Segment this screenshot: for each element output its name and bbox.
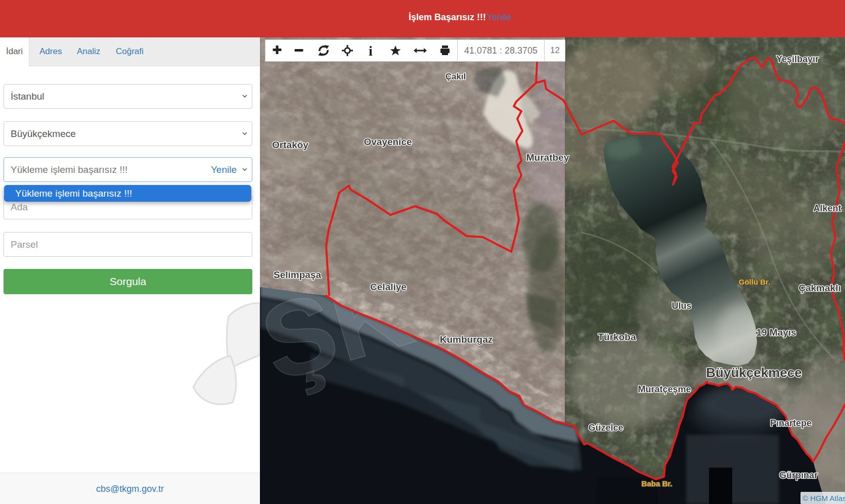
svg-text:Yeşilbayır: Yeşilbayır (776, 54, 819, 64)
svg-text:Ovayenice: Ovayenice (364, 136, 412, 147)
svg-text:Ulus: Ulus (672, 301, 691, 311)
svg-text:Ortaköy: Ortaköy (272, 140, 308, 150)
svg-text:Muratbey: Muratbey (526, 152, 569, 163)
svg-text:Baba Br.: Baba Br. (642, 479, 673, 488)
svg-text:Gürpınar: Gürpınar (779, 470, 818, 480)
svg-text:Muratçeşme: Muratçeşme (638, 384, 691, 394)
svg-text:© HGM Atlas,: © HGM Atlas, (803, 494, 845, 502)
svg-text:Türkoba: Türkoba (598, 332, 636, 342)
svg-text:Selimpaşa: Selimpaşa (274, 269, 321, 280)
svg-text:Pınartepe: Pınartepe (770, 418, 812, 428)
svg-text:Alkent: Alkent (813, 203, 841, 213)
svg-text:Kumburgaz: Kumburgaz (440, 334, 493, 345)
svg-text:Göllü Br.: Göllü Br. (739, 278, 771, 286)
svg-text:Çakmaklı: Çakmaklı (798, 283, 840, 293)
svg-text:19 Mayıs: 19 Mayıs (756, 327, 796, 338)
svg-text:i: i (369, 43, 373, 59)
svg-text:Güzelce: Güzelce (588, 423, 623, 433)
svg-text:Büyükçekmece: Büyükçekmece (706, 365, 802, 380)
svg-text:Çakıl: Çakıl (446, 72, 466, 81)
svg-text:Celaliye: Celaliye (370, 282, 407, 292)
